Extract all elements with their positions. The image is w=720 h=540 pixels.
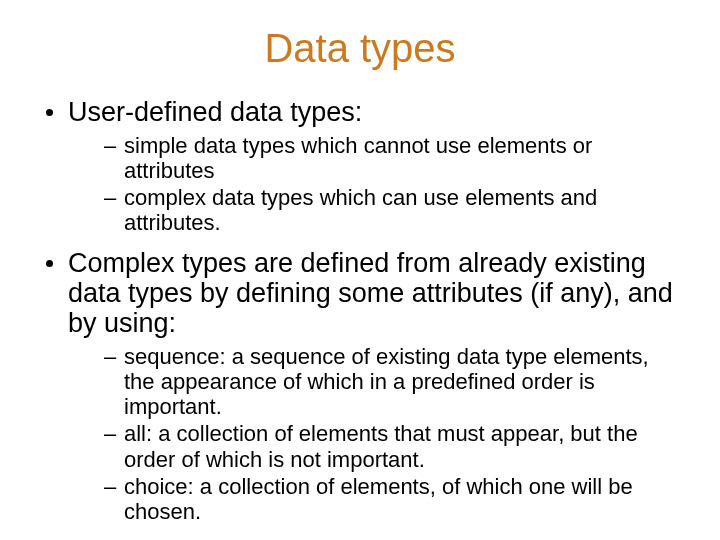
sub-list-item-text: choice: a collection of elements, of whi… [124,474,680,524]
sub-list: sequence: a sequence of existing data ty… [68,344,680,524]
sub-list-item: simple data types which cannot use eleme… [68,133,680,183]
list-item: User-defined data types: simple data typ… [40,97,680,236]
sub-list: simple data types which cannot use eleme… [68,133,680,235]
list-item: Complex types are defined from already e… [40,248,680,524]
sub-list-item: choice: a collection of elements, of whi… [68,474,680,524]
bullet-list: User-defined data types: simple data typ… [40,97,680,524]
list-item-text: User-defined data types: [68,97,362,127]
sub-list-item-text: sequence: a sequence of existing data ty… [124,344,680,419]
sub-list-item-text: simple data types which cannot use eleme… [124,133,680,183]
sub-list-item-text: complex data types which can use element… [124,185,680,235]
list-item-text: Complex types are defined from already e… [68,248,673,338]
sub-list-item: sequence: a sequence of existing data ty… [68,344,680,419]
sub-list-item: complex data types which can use element… [68,185,680,235]
sub-list-item: all: a collection of elements that must … [68,421,680,471]
slide-title: Data types [40,26,680,71]
slide: Data types User-defined data types: simp… [0,0,720,540]
sub-list-item-text: all: a collection of elements that must … [124,421,680,471]
